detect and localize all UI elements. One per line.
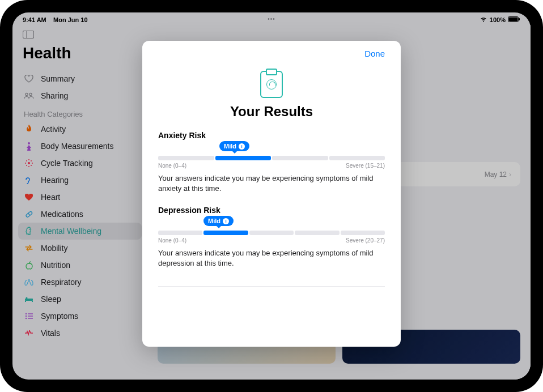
depression-risk-section: Depression Risk Mildi None (0–4) Se <box>158 206 385 268</box>
scale-max-label: Severe (20–27) <box>346 237 385 244</box>
scale-segment <box>249 231 294 235</box>
results-modal: Done Your Results Anxiety Risk Mildi <box>142 41 401 347</box>
anxiety-badge[interactable]: Mildi <box>219 141 249 151</box>
scale-segment <box>272 156 328 160</box>
depression-badge[interactable]: Mildi <box>203 216 234 226</box>
anxiety-risk-label: Anxiety Risk <box>158 131 385 140</box>
scale-min-label: None (0–4) <box>158 163 186 169</box>
depression-scale: Mildi None (0–4) Severe (20–27) <box>158 231 385 244</box>
info-icon: i <box>223 218 229 224</box>
scale-segment <box>215 156 272 160</box>
depression-risk-label: Depression Risk <box>158 206 385 215</box>
info-icon: i <box>239 143 245 150</box>
done-button[interactable]: Done <box>364 49 385 58</box>
scale-max-label: Severe (15–21) <box>346 163 385 169</box>
ipad-device: 9:41 AM Mon Jun 10 100% ••• <box>0 0 543 392</box>
scale-segment <box>158 231 202 235</box>
scale-segment <box>341 231 385 235</box>
divider <box>158 286 385 287</box>
depression-description: Your answers indicate you may be experie… <box>158 248 385 268</box>
scale-segment <box>158 156 214 160</box>
scale-segment <box>203 231 248 235</box>
anxiety-scale: Mildi None (0–4) Severe (15–21) <box>158 156 385 169</box>
scale-segment <box>329 156 385 160</box>
scale-segment <box>295 231 339 235</box>
anxiety-risk-section: Anxiety Risk Mildi None (0–4) Severe (15… <box>158 131 385 193</box>
anxiety-description: Your answers indicate you may be experie… <box>158 173 385 193</box>
scale-min-label: None (0–4) <box>158 237 186 244</box>
modal-title: Your Results <box>158 104 385 120</box>
clipboard-icon <box>158 71 385 98</box>
screen: 9:41 AM Mon Jun 10 100% ••• <box>12 12 531 380</box>
